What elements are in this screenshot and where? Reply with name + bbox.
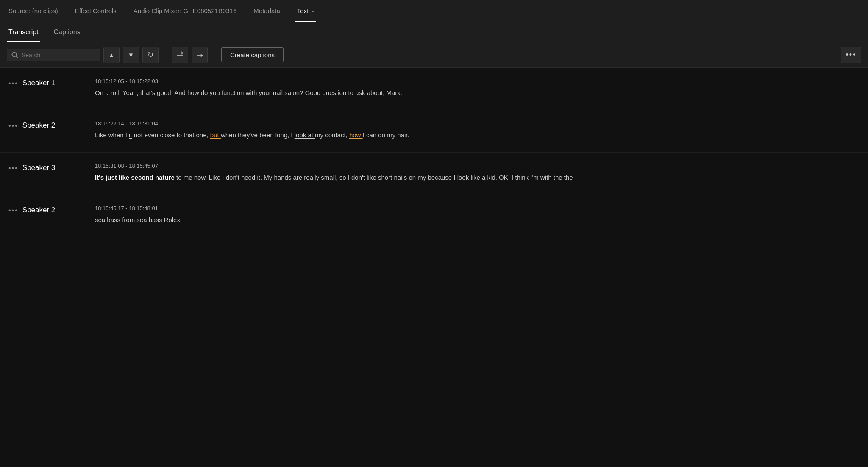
text-segment: ask about, Mark. [355, 89, 402, 96]
speaker-col: ••• Speaker 3 [8, 163, 85, 183]
speaker-menu-dots[interactable]: ••• [8, 164, 18, 172]
text-segment: my contact, [315, 131, 349, 139]
transcript-entry: ••• Speaker 3 18:15:31:08 - 18:15:45:07 … [0, 153, 868, 195]
transcript-entry: ••• Speaker 1 18:15:12:05 - 18:15:22:03 … [0, 68, 868, 110]
transcript-text: Like when I it not even close to that on… [95, 130, 860, 140]
timestamp: 18:15:22:14 - 18:15:31:04 [95, 120, 860, 127]
speaker-name: Speaker 2 [22, 206, 56, 214]
speaker-name: Speaker 1 [22, 79, 56, 87]
text-segment: roll. Yeah, that's good. And how do you … [111, 89, 348, 96]
scroll-up-button[interactable]: ▲ [103, 47, 120, 63]
sub-tab-bar: Transcript Captions [0, 22, 868, 42]
text-segment: look at [295, 131, 315, 139]
text-segment: I can do my hair. [363, 131, 409, 139]
text-segment: but [210, 131, 221, 139]
chevron-up-icon: ▲ [108, 51, 115, 58]
search-icon [11, 52, 18, 58]
transcript-text: On a roll. Yeah, that's good. And how do… [95, 88, 860, 98]
tab-bar: Source: (no clips) Effect Controls Audio… [0, 0, 868, 22]
tab-metadata[interactable]: Metadata [252, 0, 282, 22]
refresh-button[interactable]: ↻ [142, 47, 159, 63]
create-captions-button[interactable]: Create captions [221, 47, 284, 62]
speaker-col: ••• Speaker 2 [8, 120, 85, 140]
transcript-entry: ••• Speaker 2 18:15:22:14 - 18:15:31:04 … [0, 110, 868, 153]
scroll-down-button[interactable]: ▼ [123, 47, 139, 63]
speaker-menu-dots[interactable]: ••• [8, 122, 18, 130]
timestamp: 18:15:12:05 - 18:15:22:03 [95, 78, 860, 84]
text-segment: how [349, 131, 363, 139]
tab-text[interactable]: Text ≡ [295, 0, 316, 22]
adjust-up-button[interactable] [172, 47, 188, 63]
transcript-entry: ••• Speaker 2 18:15:45:17 - 18:15:48:01 … [0, 195, 868, 237]
tab-effect-controls[interactable]: Effect Controls [73, 0, 118, 22]
toolbar: ▲ ▼ ↻ Create captions ••• [0, 42, 868, 68]
text-segment: sea bass from sea bass Rolex. [95, 216, 182, 223]
text-segment: not even close to that one, [132, 131, 210, 139]
sub-tab-captions[interactable]: Captions [52, 22, 82, 42]
chevron-down-icon: ▼ [128, 51, 134, 58]
transcript-body: 18:15:22:14 - 18:15:31:04 Like when I it… [95, 120, 860, 140]
transcript-text: It's just like second nature to me now. … [95, 172, 860, 183]
transcript-body: 18:15:12:05 - 18:15:22:03 On a roll. Yea… [95, 78, 860, 98]
timestamp: 18:15:45:17 - 18:15:48:01 [95, 205, 860, 211]
speaker-name: Speaker 3 [22, 164, 56, 172]
sub-tab-transcript[interactable]: Transcript [7, 22, 40, 42]
tab-menu-icon[interactable]: ≡ [311, 8, 314, 14]
refresh-icon: ↻ [147, 50, 153, 59]
text-segment: it [129, 131, 132, 139]
text-segment: Like when I [95, 131, 129, 139]
text-segment: On a [95, 89, 111, 96]
speaker-menu-dots[interactable]: ••• [8, 80, 18, 87]
text-segment: because I look like a kid. OK, I think I… [428, 174, 553, 181]
adjust-down-icon [196, 50, 203, 60]
transcript-body: 18:15:45:17 - 18:15:48:01 sea bass from … [95, 205, 860, 225]
transcript-body: 18:15:31:08 - 18:15:45:07 It's just like… [95, 163, 860, 183]
text-segment: when they've been long, I [221, 131, 295, 139]
text-segment: to [348, 89, 355, 96]
transcript-content[interactable]: ••• Speaker 1 18:15:12:05 - 18:15:22:03 … [0, 68, 868, 467]
search-box[interactable] [7, 49, 100, 61]
speaker-name: Speaker 2 [22, 121, 56, 130]
speaker-col: ••• Speaker 1 [8, 78, 85, 98]
text-segment: my [417, 174, 428, 181]
toolbar-end: ••• [841, 47, 861, 63]
speaker-col: ••• Speaker 2 [8, 205, 85, 225]
tab-audio-clip-mixer[interactable]: Audio Clip Mixer: GHE080521B0316 [132, 0, 238, 22]
adjust-down-button[interactable] [192, 47, 208, 63]
more-options-button[interactable]: ••• [841, 47, 861, 63]
search-input[interactable] [22, 52, 89, 58]
tab-source[interactable]: Source: (no clips) [7, 0, 60, 22]
timestamp: 18:15:31:08 - 18:15:45:07 [95, 163, 860, 169]
text-segment: It's just like second nature [95, 174, 175, 181]
speaker-menu-dots[interactable]: ••• [8, 207, 18, 214]
svg-line-1 [16, 56, 18, 58]
svg-point-0 [12, 52, 17, 56]
text-segment: to me now. Like I don't need it. My hand… [175, 174, 418, 181]
adjust-up-icon [176, 50, 184, 60]
text-segment: the the [554, 174, 573, 181]
tab-text-label: Text [297, 7, 309, 14]
transcript-text: sea bass from sea bass Rolex. [95, 215, 860, 225]
